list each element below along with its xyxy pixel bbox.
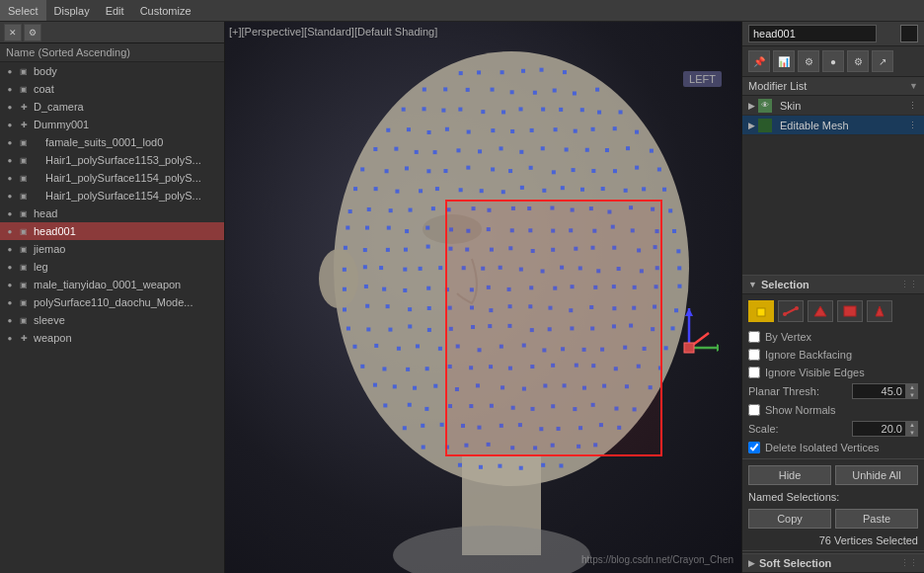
list-item[interactable]: ●▣Hair1_polySurface1153_polyS... [0,151,224,169]
edge-select-icon[interactable] [778,300,804,322]
list-item[interactable]: ●▣jiemao [0,240,224,258]
svg-rect-67 [529,166,533,170]
by-vertex-row: By Vertex [742,328,924,346]
item-label: Hair1_polySurface1154_polyS... [45,190,201,202]
svg-rect-86 [601,187,605,191]
skin-visibility-icon[interactable]: 👁 [758,99,772,113]
svg-rect-56 [605,148,609,152]
list-item[interactable]: ●▣leg [0,258,224,276]
svg-rect-66 [508,169,512,173]
menu-customize[interactable]: Customize [132,0,199,21]
svg-rect-83 [542,189,546,193]
planar-thresh-down[interactable]: ▼ [906,391,918,399]
svg-rect-46 [394,147,398,151]
hide-button[interactable]: Hide [748,465,831,485]
item-icons: ●▣ [4,261,30,273]
svg-rect-84 [561,186,565,190]
type-icon: ▣ [18,65,30,77]
svg-rect-77 [419,189,423,193]
list-item[interactable]: ●▣head [0,205,224,222]
paste-button[interactable]: Paste [835,509,918,529]
settings-icon[interactable]: ⚙ [847,50,869,72]
svg-rect-9 [540,68,544,72]
left-panel: ✕ ⚙ Name (Sorted Ascending) ●▣body●▣coat… [0,22,225,573]
list-item[interactable]: ●▣body [0,62,224,80]
delete-isolated-checkbox[interactable] [748,442,760,453]
object-name-input[interactable] [748,25,877,42]
planar-thresh-input[interactable] [852,383,906,399]
params-icon[interactable]: ⚙ [798,50,819,72]
svg-rect-51 [500,146,503,150]
svg-rect-20 [402,108,406,112]
item-icons: ●✚ [4,119,30,130]
item-icons: ●▣ [4,154,30,166]
item-icons: ●▣ [4,65,30,77]
svg-rect-146 [438,266,442,270]
vertex-select-icon[interactable] [748,300,774,322]
copy-button[interactable]: Copy [748,509,831,529]
show-normals-checkbox[interactable] [748,404,760,416]
ignore-visible-checkbox[interactable] [748,367,760,378]
svg-rect-18 [573,91,577,95]
face-select-icon[interactable] [808,300,833,322]
modifier-skin[interactable]: ▶ 👁 Skin ⋮ [742,96,924,116]
svg-rect-226 [360,365,364,368]
by-vertex-checkbox[interactable] [748,331,760,343]
item-icons: ●▣ [4,136,30,148]
dot-icon[interactable]: ● [822,50,844,72]
filter-toolbar-btn[interactable]: ⚙ [24,24,41,41]
svg-rect-144 [403,268,407,272]
cursor-icon[interactable]: ↗ [872,50,893,72]
list-item[interactable]: ●▣polySurface110_daochu_Mode... [0,293,224,311]
list-item[interactable]: ●✚Dummy001 [0,116,224,133]
svg-rect-27 [541,108,545,112]
svg-rect-63 [443,169,447,173]
mesh-visibility-icon[interactable] [758,119,772,132]
modifier-editable-mesh[interactable]: ▶ Editable Mesh ⋮ [742,116,924,135]
polygon-select-icon[interactable] [837,300,863,322]
modifier-dropdown-arrow[interactable]: ▼ [909,81,918,91]
scale-input[interactable] [852,421,906,437]
element-select-icon[interactable] [867,300,892,322]
list-item[interactable]: ●▣Hair1_polySurface1154_polyS... [0,187,224,205]
planar-thresh-up[interactable]: ▲ [906,383,918,391]
list-item[interactable]: ●▣head001 [0,222,224,240]
list-item[interactable]: ●▣coat [0,80,224,98]
item-label: jiemao [34,243,65,255]
scene-list-header: Name (Sorted Ascending) [0,43,224,62]
list-item[interactable]: ●▣sleeve [0,311,224,329]
unhide-button[interactable]: Unhide All [835,465,918,485]
svg-rect-243 [413,386,417,390]
item-label: body [34,65,57,77]
soft-selection-header[interactable]: ▶ Soft Selection ⋮⋮ [742,553,924,573]
close-toolbar-btn[interactable]: ✕ [4,24,22,41]
svg-rect-70 [591,169,595,173]
scene-list: ●▣body●▣coat●✚D_camera●✚Dummy001●▣famale… [0,62,224,573]
menu-edit[interactable]: Edit [98,0,132,21]
svg-rect-30 [597,111,601,115]
svg-rect-106 [668,208,672,212]
svg-rect-126 [386,248,390,252]
by-vertex-label: By Vertex [765,331,811,343]
menu-select[interactable]: Select [0,0,46,21]
ignore-backfacing-checkbox[interactable] [748,349,760,361]
type-icon: ✚ [18,119,30,130]
svg-rect-242 [393,384,397,388]
menu-display[interactable]: Display [46,0,98,21]
selection-section-header[interactable]: ▼ Selection ⋮⋮ [742,275,924,294]
color-swatch[interactable] [900,25,918,42]
pin-icon[interactable]: 📌 [748,50,770,72]
list-item[interactable]: ●▣Hair1_polySurface1154_polyS... [0,169,224,187]
type-icon: ▣ [18,314,30,326]
scale-down[interactable]: ▼ [906,429,918,437]
list-item[interactable]: ●▣famale_suits_0001_lod0 [0,133,224,151]
svg-rect-28 [559,108,563,112]
graph-icon[interactable]: 📊 [773,50,795,72]
list-item[interactable]: ●✚weapon [0,329,224,347]
svg-rect-214 [438,347,442,351]
list-item[interactable]: ●✚D_camera [0,98,224,116]
svg-rect-25 [501,110,505,114]
svg-rect-175 [677,285,681,288]
scale-up[interactable]: ▲ [906,421,918,429]
list-item[interactable]: ●▣male_tianyidao_0001_weapon [0,276,224,293]
